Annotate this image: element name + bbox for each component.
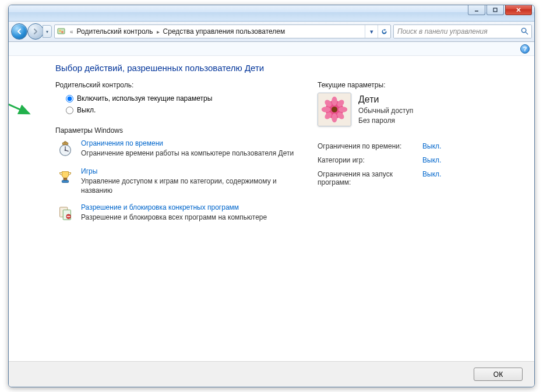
svg-rect-4 — [58, 29, 65, 34]
status-key: Ограничения по времени: — [318, 142, 422, 150]
status-link-time[interactable]: Выкл. — [422, 142, 441, 150]
help-icon[interactable]: ? — [520, 44, 530, 54]
current-settings-label: Текущие параметры: — [318, 81, 492, 89]
radio-disable-label: Выкл. — [77, 106, 96, 114]
parental-control-label: Родительский контроль: — [55, 81, 300, 89]
refresh-button[interactable] — [378, 25, 390, 38]
status-row-time: Ограничения по времени: Выкл. — [318, 139, 492, 153]
navbar: ▾ « Родительский контроль ▸ Средства упр… — [9, 22, 534, 42]
status-link-games[interactable]: Выкл. — [422, 156, 441, 164]
desc-time-limits: Ограничение времени работы на компьютере… — [81, 149, 294, 158]
user-access: Обычный доступ — [358, 106, 413, 116]
setting-time-limits: Ограничения по времени Ограничение време… — [55, 139, 300, 159]
right-column: Текущие параметры: Дети Обычный — [318, 81, 492, 231]
svg-point-25 — [332, 97, 337, 105]
forward-button[interactable] — [27, 23, 44, 40]
breadcrumb-overflow[interactable]: « — [70, 29, 73, 35]
trophy-icon — [55, 167, 75, 187]
ok-button[interactable]: ОК — [474, 368, 523, 381]
search-box[interactable] — [393, 24, 532, 38]
programs-icon — [55, 203, 75, 223]
radio-disable-input[interactable] — [66, 107, 73, 114]
breadcrumb-user-controls[interactable]: Средства управления пользователем — [162, 27, 287, 36]
nav-arrows: ▾ — [11, 23, 52, 40]
svg-point-28 — [339, 107, 347, 112]
svg-point-7 — [521, 28, 526, 33]
nav-history-dropdown[interactable]: ▾ — [43, 25, 52, 38]
user-box: Дети Обычный доступ Без пароля — [318, 93, 492, 126]
status-link-programs[interactable]: Выкл. — [422, 170, 441, 186]
link-programs[interactable]: Разрешение и блокировка конкретных прогр… — [81, 203, 267, 211]
annotation-arrow — [9, 88, 38, 123]
svg-point-6 — [61, 31, 64, 33]
svg-rect-16 — [64, 178, 67, 181]
status-row-programs: Ограничения на запуск программ: Выкл. — [318, 167, 492, 189]
chevron-right-icon: ▸ — [157, 29, 160, 35]
content-area: Выбор действий, разрешенных пользователю… — [9, 56, 534, 361]
link-games[interactable]: Игры — [81, 167, 300, 175]
address-bar[interactable]: « Родительский контроль ▸ Средства управ… — [54, 24, 391, 38]
avatar — [318, 93, 351, 126]
minimize-button[interactable] — [468, 5, 485, 15]
setting-programs: Разрешение и блокировка конкретных прогр… — [55, 203, 300, 223]
breadcrumb-parental-control[interactable]: Родительский контроль — [76, 27, 154, 36]
location-icon — [56, 27, 66, 36]
maximize-button[interactable] — [486, 5, 504, 15]
radio-disable[interactable]: Выкл. — [66, 104, 300, 116]
page-title: Выбор действий, разрешенных пользователю… — [55, 63, 517, 73]
svg-rect-1 — [493, 8, 497, 12]
left-column: Родительский контроль: Включить, использ… — [55, 81, 300, 231]
svg-rect-17 — [62, 181, 68, 183]
titlebar — [9, 5, 534, 22]
radio-enable-label: Включить, используя текущие параметры — [77, 94, 212, 103]
link-time-limits[interactable]: Ограничения по времени — [81, 139, 294, 147]
window-controls — [467, 5, 532, 15]
clock-icon — [55, 139, 75, 159]
svg-line-8 — [526, 32, 528, 34]
footer: ОК — [9, 361, 534, 387]
control-panel-window: ▾ « Родительский контроль ▸ Средства упр… — [8, 5, 535, 387]
setting-games: Игры Управление доступом к играм по кате… — [55, 167, 300, 195]
user-name: Дети — [358, 93, 413, 106]
status-table: Ограничения по времени: Выкл. Категории … — [318, 139, 492, 189]
address-dropdown[interactable]: ▾ — [365, 25, 378, 38]
back-button[interactable] — [11, 23, 27, 40]
svg-line-9 — [9, 90, 29, 114]
status-row-games: Категории игр: Выкл. — [318, 153, 492, 167]
close-button[interactable] — [505, 5, 532, 15]
status-key: Ограничения на запуск программ: — [318, 170, 422, 186]
user-password: Без пароля — [358, 116, 413, 126]
svg-point-33 — [332, 107, 337, 112]
svg-point-27 — [322, 107, 330, 112]
desc-programs: Разрешение и блокировка всех программ на… — [81, 213, 267, 222]
windows-settings-label: Параметры Windows — [55, 126, 300, 135]
desc-games: Управление доступом к играм по категории… — [81, 176, 300, 195]
search-icon — [520, 27, 529, 38]
svg-rect-15 — [64, 142, 66, 143]
search-input[interactable] — [394, 25, 531, 38]
svg-point-5 — [59, 30, 61, 32]
toolbar: ? — [9, 42, 534, 56]
svg-point-26 — [332, 114, 337, 122]
radio-enable-input[interactable] — [66, 95, 73, 103]
user-meta: Дети Обычный доступ Без пароля — [358, 93, 413, 126]
status-key: Категории игр: — [318, 156, 422, 164]
radio-enable[interactable]: Включить, используя текущие параметры — [66, 93, 300, 104]
